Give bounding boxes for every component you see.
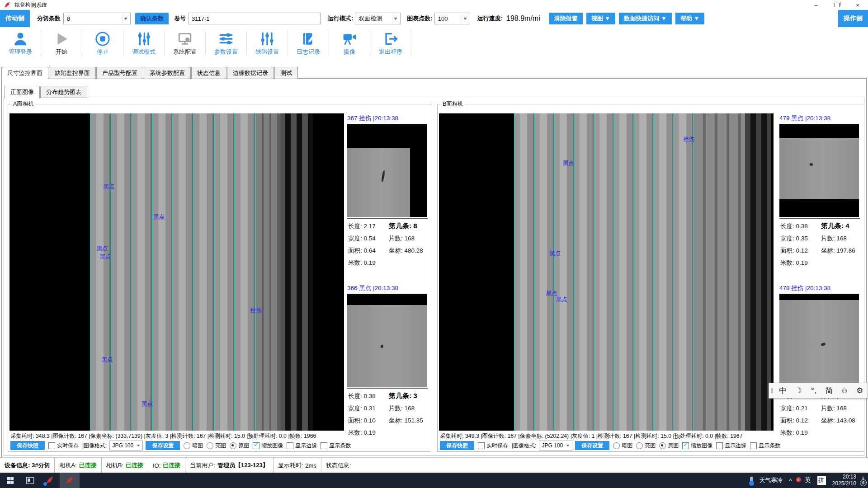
tab-system-params[interactable]: 系统参数配置 bbox=[144, 67, 191, 79]
windows-logo-icon bbox=[7, 477, 14, 484]
defect-label: 黑点 bbox=[556, 296, 567, 304]
system-config-button[interactable]: 系统配置 bbox=[165, 31, 205, 56]
taskbar-clock[interactable]: 20:13 2025/2/10 bbox=[832, 474, 856, 487]
zoom-image-checkbox[interactable] bbox=[682, 442, 689, 449]
debug-mode-button[interactable]: 调试模式 bbox=[123, 31, 164, 56]
stop-button[interactable]: 停止 bbox=[82, 31, 123, 56]
show-edge-checkbox[interactable] bbox=[716, 442, 723, 449]
defect-card[interactable]: 366 黑点 |20:13:38 长度: 0.38 第几条: 3 宽度: 0.3… bbox=[347, 284, 429, 452]
log-record-button[interactable]: 日志记录 bbox=[288, 31, 329, 56]
view-menu-button[interactable]: 视图 ▼ bbox=[586, 13, 615, 24]
chart-points-select[interactable]: 100 bbox=[434, 13, 470, 24]
save-settings-button[interactable]: 保存设置 bbox=[575, 441, 609, 450]
snapshot-button[interactable]: 保存快照 bbox=[440, 441, 474, 450]
video-capture-button[interactable]: 摄像 bbox=[329, 31, 370, 56]
original-image-radio[interactable] bbox=[659, 442, 666, 449]
window-title: 视觉检测系统 bbox=[14, 1, 47, 9]
snapshot-button[interactable]: 保存快照 bbox=[10, 441, 45, 450]
original-image-radio[interactable] bbox=[230, 442, 236, 449]
image-format-select[interactable]: JPG 100 bbox=[539, 441, 572, 450]
weather-text[interactable]: 天气寒冷 bbox=[760, 476, 783, 484]
defect-time: |20:13:38 bbox=[805, 115, 830, 122]
ime-halfwidth-icon[interactable]: ☽ bbox=[791, 386, 806, 395]
camera-a-image[interactable]: 黑点 黑点 黑点 黑点 挫伤 黑点 黑点 bbox=[9, 113, 344, 431]
defect-card[interactable]: 478 挫伤 |20:13:38 长度: 0.57 第几条: 3 宽度: 0.2… bbox=[779, 284, 861, 452]
show-edge-checkbox[interactable] bbox=[287, 442, 293, 449]
dark-image-radio[interactable] bbox=[184, 442, 190, 449]
camera-b-connection: 相机B:已连接 bbox=[102, 458, 148, 473]
realtime-save-checkbox[interactable] bbox=[478, 442, 485, 449]
image-format-select[interactable]: JPG 100 bbox=[109, 441, 143, 450]
admin-login-button[interactable]: 管理登录 bbox=[0, 31, 41, 56]
data-quick-access-button[interactable]: 数据快捷访问 ▼ bbox=[619, 13, 671, 24]
system-config-icon bbox=[177, 31, 193, 47]
strip-zone-medium bbox=[694, 113, 745, 431]
task-view-button[interactable] bbox=[20, 473, 40, 488]
defect-thumbnail[interactable] bbox=[347, 124, 427, 217]
slit-count-select[interactable]: 8 bbox=[63, 13, 131, 24]
start-menu-button[interactable] bbox=[0, 473, 20, 488]
ime-settings-gear-icon[interactable]: ⚙ bbox=[852, 386, 868, 395]
pinned-app-button[interactable] bbox=[40, 473, 60, 488]
strip-zone-bright bbox=[90, 113, 256, 431]
app-status-bar: 设备信息: 3#分切 相机A:已连接 相机B:已连接 IO:已连接 当前用户:管… bbox=[0, 457, 868, 473]
camera-b-image[interactable]: 挫伤 黑点 黑点 黑点 黑点 bbox=[439, 113, 774, 431]
defect-width: 0.35 bbox=[796, 235, 808, 242]
tab-test[interactable]: 测试 bbox=[274, 67, 298, 79]
close-button[interactable]: × bbox=[847, 0, 868, 10]
defect-card[interactable]: 479 黑点 |20:13:38 长度: 0.38 第几条: 4 宽度: 0.3… bbox=[779, 114, 861, 282]
subtab-trend-chart[interactable]: 分布趋势图表 bbox=[40, 86, 87, 98]
defect-thumbnail[interactable] bbox=[347, 294, 427, 387]
operator-side-button[interactable]: 操作侧 bbox=[838, 10, 868, 27]
start-button[interactable]: 开始 bbox=[41, 31, 82, 56]
action-center-button[interactable]: 6 bbox=[863, 477, 863, 484]
defect-id: 366 bbox=[347, 285, 358, 291]
defect-settings-button[interactable]: 缺陷设置 bbox=[247, 31, 288, 56]
help-menu-button[interactable]: 帮助 ▼ bbox=[675, 13, 704, 24]
show-strips-checkbox[interactable] bbox=[321, 442, 327, 449]
defect-coord: 143.08 bbox=[837, 417, 855, 424]
ime-simplified-toggle[interactable]: 简 bbox=[821, 385, 837, 396]
tab-status-info[interactable]: 状态信息 bbox=[191, 67, 226, 79]
run-mode-select[interactable]: 双面检测 bbox=[355, 13, 401, 24]
defect-thumbnail[interactable] bbox=[779, 294, 859, 387]
show-strips-checkbox[interactable] bbox=[750, 442, 757, 449]
ime-emoji-button[interactable]: ☺ bbox=[837, 386, 852, 395]
defect-thumbnail[interactable] bbox=[779, 124, 859, 217]
defect-card[interactable]: 367 挫伤 |20:13:38 长度: 2.17 第几条: 8 宽度: 0.5… bbox=[347, 114, 429, 282]
camera-a-group: A面相机 黑点 黑点 黑点 黑点 挫伤 黑点 黑点 367 挫伤 |20:13:… bbox=[8, 104, 431, 452]
language-indicator[interactable]: 英 bbox=[805, 476, 811, 484]
tab-edge-data[interactable]: 边缘数据记录 bbox=[227, 67, 274, 79]
tab-size-monitor[interactable]: 尺寸监控界面 bbox=[1, 67, 48, 80]
tab-defect-monitor[interactable]: 缺陷监控界面 bbox=[49, 67, 96, 79]
roll-number-input[interactable] bbox=[189, 13, 321, 24]
restore-button[interactable] bbox=[826, 0, 847, 10]
save-settings-button[interactable]: 保存设置 bbox=[146, 441, 180, 450]
active-app-button[interactable] bbox=[60, 473, 80, 488]
ime-lang-toggle[interactable]: 中 bbox=[775, 385, 791, 396]
bright-image-radio[interactable] bbox=[636, 442, 643, 449]
subtab-front-image[interactable]: 正面图像 bbox=[5, 86, 40, 99]
defect-label: 挫伤 bbox=[683, 136, 694, 143]
ime-drag-handle[interactable]: ‖ bbox=[769, 387, 775, 394]
param-settings-button[interactable]: 参数设置 bbox=[206, 31, 246, 56]
ime-mode-indicator[interactable]: 拼 bbox=[817, 476, 826, 485]
camera-icon bbox=[342, 31, 357, 47]
zoom-image-checkbox[interactable] bbox=[253, 442, 259, 449]
camera-a-connection: 相机A:已连接 bbox=[55, 458, 101, 473]
realtime-save-checkbox[interactable] bbox=[48, 442, 55, 449]
exit-program-button[interactable]: 退出程序 bbox=[370, 31, 411, 56]
confirm-count-button[interactable]: 确认条数 bbox=[135, 13, 169, 24]
device-info: 设备信息: 3#分切 bbox=[0, 458, 55, 473]
drive-side-button[interactable]: 传动侧 bbox=[0, 10, 30, 27]
bright-image-radio[interactable] bbox=[207, 442, 213, 449]
dark-image-radio[interactable] bbox=[613, 442, 620, 449]
run-speed-label: 运行速度: bbox=[477, 14, 503, 23]
ime-punct-toggle[interactable]: °, bbox=[806, 386, 821, 395]
current-user: 当前用户:管理员【123-123】 bbox=[185, 458, 273, 473]
minimize-button[interactable]: – bbox=[806, 0, 826, 10]
clear-alarm-button[interactable]: 清除报警 bbox=[549, 13, 583, 24]
hidden-icons-chevron[interactable]: ^ bbox=[789, 477, 792, 484]
defect-label: 黑点 bbox=[103, 183, 114, 191]
tab-product-model[interactable]: 产品型号配置 bbox=[96, 67, 143, 79]
